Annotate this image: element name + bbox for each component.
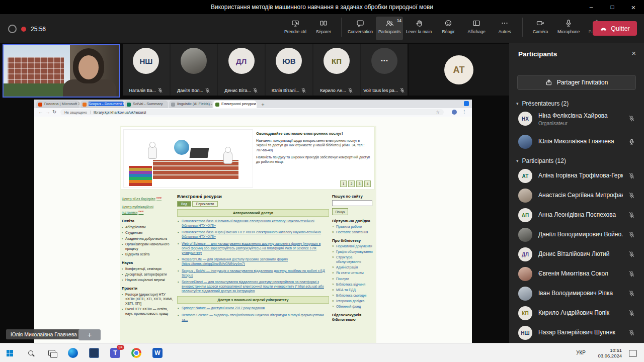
participant-row[interactable]: Анастасія Сергіївна Митрофан... [509,186,644,206]
participant-tile[interactable]: ЮВ Юлія Віталі... [266,44,312,96]
sidebar-item[interactable]: Організаторам навчального процесу [125,242,175,251]
clock[interactable]: 10:51 03.06.2024 [598,347,622,359]
browser-tab[interactable]: Scopus - Document search [80,101,124,108]
notifications-icon[interactable] [629,350,637,357]
panel-close-icon[interactable] [631,49,636,57]
forward-button[interactable] [45,109,50,115]
sidebar-item[interactable]: Студентам [125,231,175,235]
participant-row[interactable]: АТ Аліна Ігорівна Трофімова-Герм... [509,166,644,186]
page-button[interactable]: 4 [364,180,371,187]
share-invitation-button[interactable]: Partager l'invitation [517,75,636,90]
language-indicator[interactable]: УКР [576,350,586,355]
breakout-button[interactable]: Séparer [310,17,337,40]
site-search-input[interactable] [332,200,372,206]
word-icon[interactable] [151,346,164,359]
mic-muted-icon[interactable] [628,270,635,279]
participant-row[interactable]: Іван Володимирович Ріпка [509,284,644,304]
participant-row[interactable]: Євгенія Микитівна Сокол [509,264,644,284]
browser-tab-active[interactable]: Електронні ресурси | Сайт бібл... [213,101,257,108]
browser-tab[interactable]: SciVal - Summary [125,101,168,108]
about-link[interactable]: Адміністрація [336,265,375,270]
address-bar[interactable]: Не защищено library.kpi.kharkov.ua/uk/re… [60,109,444,115]
sidebar-link[interactable]: Центр публікаційної підтримкиnew [122,205,175,215]
mic-muted-icon[interactable] [628,192,635,201]
participants-section-header[interactable]: Participants (12) [516,157,566,164]
about-link[interactable]: Історична довідка [336,299,375,304]
start-button[interactable] [3,346,16,359]
tab-view[interactable]: Вид [177,201,191,207]
sidebar-item[interactable]: Вчені НТУ «ХПІ» — освіта, наук, промисло… [125,307,175,316]
minimize-button[interactable] [581,0,602,14]
resource-link[interactable]: Scopus , SciVal — інструкція з налаштува… [182,269,329,278]
participant-row[interactable]: Даніїл Володимирович Войно... [509,225,644,245]
window-restore-icon[interactable] [464,101,469,106]
browser-tab[interactable]: Головна | Microsoft 365 [36,101,79,108]
take-control-button[interactable]: Prendre ctrl [282,17,309,40]
reload-button[interactable] [52,109,56,115]
self-video-tile[interactable] [3,44,120,98]
participant-tile[interactable]: ДЛ Денис Віта... [218,44,265,96]
participants-button[interactable]: 14 Participants [376,17,403,40]
spotlight-tile[interactable]: АТ [409,44,509,96]
raise-hand-button[interactable]: Lever la main [404,17,434,40]
about-link[interactable]: МБА та ЕДД [336,288,375,293]
view-button[interactable]: Affichage [463,17,490,40]
resource-link[interactable]: Повнотекстова база «Праці вчених НТУ «ХП… [182,230,329,239]
about-link[interactable]: Обмінний фонд [336,305,375,309]
sidebar-item[interactable]: Наукові соціальні мережі [125,278,175,283]
help-link[interactable]: Поставте запитання [336,230,375,235]
security-label[interactable]: Не защищено [64,111,91,114]
resource-link[interactable]: Bentham Science — видавець спеціалізован… [182,313,329,322]
participant-tile[interactable]: Даніїл Вол... [171,44,217,96]
profile-avatar[interactable] [452,110,457,115]
browser-tab[interactable]: linguistic (AI Fields) – 709,30... [169,101,212,108]
quit-button[interactable]: Quitter [593,21,637,36]
tab-translate[interactable]: Перекласти [192,201,218,207]
page-button[interactable]: 1 [340,180,347,187]
mic-muted-icon[interactable] [628,231,635,240]
camera-button[interactable]: Caméra [527,17,554,40]
sidebar-item[interactable]: Відкрита освіта [125,252,175,257]
site-search-button[interactable]: Пошук [332,208,348,215]
edge-icon[interactable] [66,346,79,359]
maximize-button[interactable] [602,0,623,14]
participant-row[interactable]: ДЛ Денис Віталійович Лютий [509,245,644,264]
app-icon[interactable] [88,346,101,359]
participant-row[interactable]: НХ Ніна Феліксівна Хайрова Organisateur [509,109,644,132]
about-link[interactable]: Структура обслуговування [336,255,375,264]
sidebar-item[interactable]: Академічна доброчесність [125,237,175,241]
about-link[interactable]: Бібліотека сьогодні [336,294,375,298]
sidebar-link[interactable]: Центр «Без бар'єрів»new [122,196,175,202]
react-button[interactable]: Réagir [435,17,462,40]
task-view-button[interactable] [45,346,58,359]
about-link[interactable]: Графік обслуговування [336,250,375,254]
participant-row[interactable]: НШ Назар Валерійович Шупняк [509,323,644,343]
resource-link[interactable]: Повнотекстова база «Навчальні видання» е… [182,219,329,228]
resource-link[interactable]: Web of Science — для налаштування віддал… [182,242,329,255]
add-button[interactable] [78,329,101,340]
mic-muted-icon[interactable] [628,329,635,338]
participant-row[interactable]: КП Кирило Андрійович Попік [509,304,644,323]
resource-link[interactable]: ScienceDirect — для налаштування віддале… [182,280,329,294]
page-button[interactable]: 3 [356,180,363,187]
participant-row[interactable]: Юлія Миколаївна Главчева [509,132,644,152]
close-button[interactable] [623,0,644,14]
mic-muted-icon[interactable] [628,172,635,181]
resource-link[interactable]: Springer Nature — доступні книги 2017 ро… [182,306,329,311]
microphone-button[interactable]: Microphone [555,17,582,40]
mic-muted-icon[interactable] [628,211,635,220]
presenters-section-header[interactable]: Présentateurs (2) [516,100,569,107]
about-link[interactable]: Бібліотека відчиня [336,283,375,287]
sidebar-item[interactable]: Ректори (директори) НТУ «ХПІ» [ХПТІ, ХТІ… [125,293,175,306]
teams-icon[interactable]: 9+ [109,346,122,359]
help-link[interactable]: Правила роботи [336,225,375,229]
participant-tile[interactable]: КП Кирило Ан... [313,44,360,96]
more-button[interactable]: Autres [491,17,518,40]
mic-muted-icon[interactable] [628,309,635,318]
sidebar-item[interactable]: Конференції, семінари [125,267,175,272]
resource-link[interactable]: ResearchLife — для отримання доступу про… [182,257,329,266]
new-tab-button[interactable] [260,101,266,108]
mic-muted-icon[interactable] [628,115,635,124]
about-link[interactable]: Нормативні документи [336,244,375,249]
about-link[interactable]: Послуги [336,277,375,282]
